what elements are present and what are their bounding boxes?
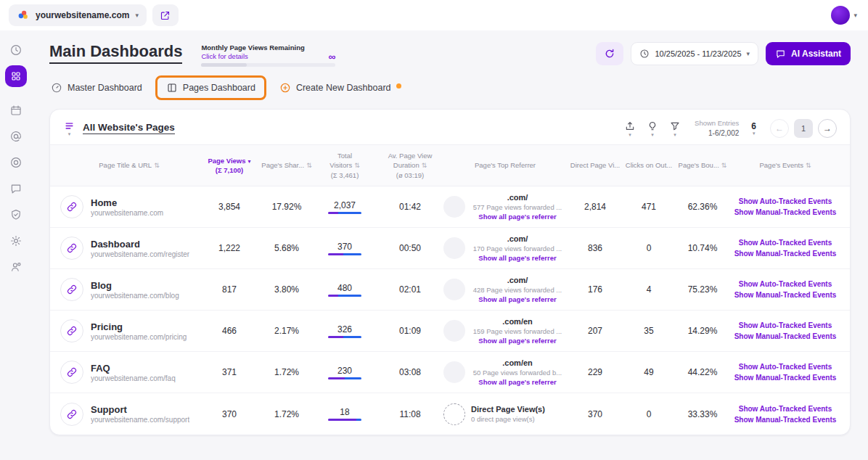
column-header-page-views[interactable]: Page Views▾ (Σ 7,100)	[198, 156, 261, 176]
sidebar-item-goals[interactable]	[5, 152, 27, 173]
page-link-button[interactable]	[60, 319, 83, 342]
sidebar-item-privacy[interactable]	[5, 204, 27, 226]
sidebar-item-feedback[interactable]	[5, 178, 27, 200]
show-auto-tracked-events-link[interactable]: Show Auto-Tracked Events	[739, 321, 832, 329]
tab-create-new-dashboard[interactable]: Create New Dashboard	[278, 77, 403, 99]
page-title: FAQ	[91, 363, 176, 374]
pagination: ← 1 →	[770, 119, 837, 138]
pages-icon	[166, 82, 178, 94]
show-manual-tracked-events-link[interactable]: Show Manual-Tracked Events	[734, 416, 837, 424]
clicks-out-value: 49	[623, 367, 674, 377]
column-header-title[interactable]: Page Title & URL⇅	[60, 160, 198, 171]
sidebar-item-calendar[interactable]	[5, 99, 27, 121]
show-auto-tracked-events-link[interactable]: Show Auto-Tracked Events	[739, 280, 832, 288]
prev-page-button[interactable]: ←	[770, 119, 789, 138]
quota-progressbar	[201, 63, 335, 67]
ai-assistant-button[interactable]: AI Assistant	[766, 42, 851, 65]
sidebar-item-settings[interactable]	[5, 230, 27, 252]
column-header-clicks-out[interactable]: Clicks on Out...	[623, 160, 674, 170]
column-header-share[interactable]: Page's Shar...⇅	[261, 160, 313, 171]
page-views-value: 1,222	[198, 243, 261, 253]
user-menu[interactable]: ▾	[829, 4, 859, 27]
tab-pages-dashboard[interactable]: Pages Dashboard	[155, 75, 266, 100]
referrer-show-all-link[interactable]: Show all page's referrer	[471, 378, 564, 387]
table-row: Dashboard yourwebsitename.com/register 1…	[50, 228, 850, 269]
page-share-value: 17.92%	[261, 202, 313, 212]
column-header-direct-views[interactable]: Direct Page Vi...	[567, 160, 623, 170]
quota-details-link[interactable]: Click for details	[201, 52, 247, 60]
show-manual-tracked-events-link[interactable]: Show Manual-Tracked Events	[734, 374, 837, 382]
gauge-icon	[51, 82, 62, 94]
chevron-down-icon: ▾	[248, 158, 251, 165]
chat-bubble-icon	[9, 182, 22, 195]
chevron-down-icon: ▾	[747, 51, 750, 57]
page-link-button[interactable]	[60, 403, 83, 426]
column-header-events[interactable]: Page's Events⇅	[731, 160, 840, 171]
next-page-button[interactable]: →	[818, 119, 837, 138]
quota-progress-fill	[201, 63, 247, 67]
sidebar-item-account[interactable]	[5, 256, 27, 278]
date-range-picker[interactable]: 10/25/2025 - 11/23/2025 ▾	[631, 42, 758, 65]
export-button[interactable]: ▾	[624, 120, 636, 137]
referrer-show-all-link[interactable]: Show all page's referrer	[471, 213, 564, 222]
direct-views-value: 207	[567, 326, 623, 336]
table-row: Home yourwebsitename.com 3,854 17.92% 2,…	[50, 186, 850, 228]
column-header-referrer[interactable]: Page's Top Referrer	[443, 160, 567, 170]
referrer-show-all-link[interactable]: Show all page's referrer	[471, 295, 564, 305]
table-row: Pricing yourwebsitename.com/pricing 466 …	[50, 311, 850, 352]
target-icon	[9, 156, 22, 169]
page-link-button[interactable]	[60, 195, 83, 218]
show-manual-tracked-events-link[interactable]: Show Manual-Tracked Events	[734, 208, 837, 216]
show-manual-tracked-events-link[interactable]: Show Manual-Tracked Events	[734, 291, 837, 299]
referrer-detail: 428 Page views forwarded ...	[471, 286, 564, 295]
clicks-out-value: 0	[623, 409, 674, 419]
link-icon	[67, 202, 77, 212]
visitors-bar-blue	[356, 419, 361, 421]
external-link-icon	[160, 10, 171, 21]
avg-duration-value: 03:08	[377, 367, 443, 377]
tab-master-dashboard[interactable]: Master Dashboard	[49, 77, 144, 99]
show-auto-tracked-events-link[interactable]: Show Auto-Tracked Events	[739, 405, 832, 413]
avg-duration-value: 02:01	[377, 284, 443, 295]
page-views-value: 817	[198, 284, 261, 295]
referrer-show-all-link[interactable]: Show all page's referrer	[471, 337, 564, 346]
column-header-visitors[interactable]: Total Visitors⇅ (Σ 3,461)	[313, 151, 377, 180]
page-link-button[interactable]	[60, 237, 83, 260]
quota-value: ∞	[328, 53, 335, 60]
show-auto-tracked-events-link[interactable]: Show Auto-Tracked Events	[739, 239, 832, 247]
sidebar-item-dashboards[interactable]	[5, 65, 27, 87]
referrer-detail: 170 Page views forwarded ...	[471, 245, 564, 254]
insights-button[interactable]: ▾	[647, 120, 658, 137]
filter-button[interactable]: ▾	[669, 120, 681, 137]
website-selector[interactable]: yourwebsitename.com ▾	[9, 4, 147, 26]
visitors-bar-blue	[338, 295, 361, 297]
table-view-selector[interactable]: ▾	[63, 120, 75, 136]
column-header-duration[interactable]: Av. Page View Duration⇅ (ø 03:19)	[377, 151, 443, 180]
clicks-out-value: 35	[623, 326, 674, 336]
page-link-button[interactable]	[60, 361, 83, 384]
visitors-bar-blue	[343, 336, 361, 338]
show-auto-tracked-events-link[interactable]: Show Auto-Tracked Events	[739, 197, 832, 205]
referrer-show-all-link[interactable]: Show all page's referrer	[471, 254, 564, 263]
clicks-out-value: 0	[623, 243, 674, 253]
visitors-bar	[328, 336, 361, 338]
total-visitors-value: 2,037	[334, 200, 356, 210]
show-manual-tracked-events-link[interactable]: Show Manual-Tracked Events	[734, 332, 837, 340]
sidebar-item-visitors[interactable]	[5, 126, 27, 147]
page-link-button[interactable]	[60, 278, 83, 301]
column-header-bounce[interactable]: Page's Bou...⇅	[674, 160, 731, 171]
sort-icon: ⇅	[721, 162, 727, 169]
open-website-button[interactable]	[152, 4, 179, 26]
referrer-avatar	[443, 361, 465, 383]
avg-duration-value: 01:09	[377, 326, 443, 336]
referrer-detail: 50 Page views forwarded b...	[471, 369, 564, 378]
sidebar-item-history[interactable]	[5, 39, 27, 61]
page-title: Pricing	[91, 321, 187, 332]
referrer-name: .com/	[471, 275, 564, 286]
refresh-button[interactable]	[596, 42, 623, 65]
page-size-select[interactable]: 6 ▾	[751, 122, 756, 136]
show-auto-tracked-events-link[interactable]: Show Auto-Tracked Events	[739, 363, 832, 371]
show-manual-tracked-events-link[interactable]: Show Manual-Tracked Events	[734, 250, 837, 258]
gear-icon	[9, 234, 22, 247]
chevron-down-icon: ▾	[753, 131, 756, 136]
